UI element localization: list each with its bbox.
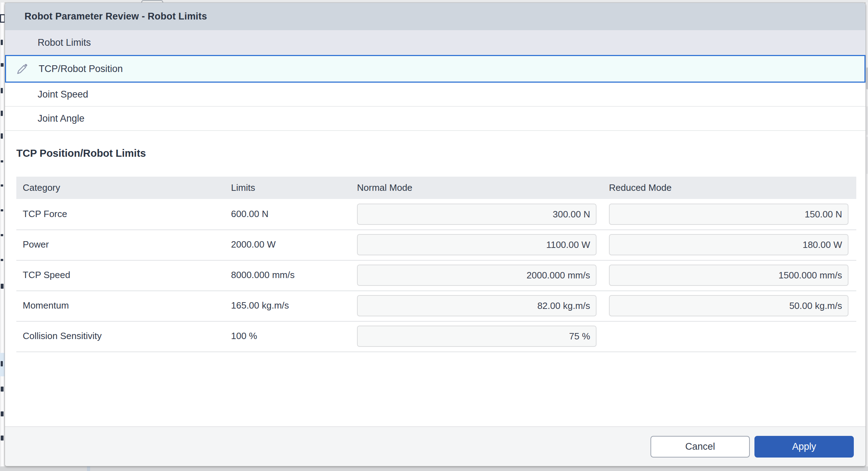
dialog-footer: Cancel Apply [5, 426, 866, 466]
nav-item-tcp-robot-position[interactable]: TCP/Robot Position [5, 55, 866, 83]
background-text-fragment [1, 63, 4, 67]
background-text-fragment [1, 361, 3, 366]
category-label: TCP Speed [23, 260, 70, 290]
reduced-mode-input[interactable] [609, 204, 848, 225]
background-text-fragment [1, 88, 3, 93]
nav-item-joint-speed[interactable]: Joint Speed [5, 83, 866, 107]
dialog-title: Robot Parameter Review - Robot Limits [24, 11, 207, 22]
limit-value: 165.00 kg.m/s [231, 290, 289, 320]
category-label: TCP Force [23, 199, 67, 229]
normal-mode-input[interactable] [357, 326, 597, 347]
nav-item-label: TCP/Robot Position [39, 63, 123, 74]
background-text-fragment [1, 40, 3, 45]
background-text-fragment [1, 160, 3, 162]
table-row: TCP Force 600.00 N [16, 199, 856, 230]
category-label: Collision Sensitivity [23, 321, 102, 351]
normal-mode-input[interactable] [357, 265, 597, 286]
background-scrollbar-thumb[interactable] [866, 67, 868, 89]
nav-item-joint-angle[interactable]: Joint Angle [5, 107, 866, 131]
normal-mode-input[interactable] [357, 204, 597, 225]
background-right-fragment [866, 106, 868, 135]
table-row: TCP Speed 8000.000 mm/s [16, 260, 856, 291]
nav-item-robot-limits[interactable]: Robot Limits [5, 30, 866, 55]
category-label: Power [23, 229, 49, 259]
reduced-mode-input[interactable] [609, 295, 848, 316]
column-header-category: Category [23, 177, 60, 199]
nav-item-label: Joint Angle [38, 113, 84, 124]
background-text-fragment [1, 284, 4, 289]
category-label: Momentum [23, 290, 69, 320]
column-header-normal-mode: Normal Mode [357, 177, 412, 199]
background-left-column [1, 2, 4, 471]
background-bottom-strip [0, 466, 868, 471]
background-text-fragment [1, 411, 4, 416]
nav-item-label: Robot Limits [38, 37, 91, 48]
background-text-fragment [1, 111, 3, 116]
cancel-button[interactable]: Cancel [650, 436, 750, 458]
background-text-fragment [1, 387, 4, 392]
background-text-fragment [1, 234, 3, 236]
reduced-mode-input[interactable] [609, 265, 848, 286]
background-right-fragment [866, 137, 868, 174]
background-text-fragment [1, 133, 3, 139]
dialog-titlebar: Robot Parameter Review - Robot Limits [5, 3, 866, 30]
apply-button[interactable]: Apply [754, 436, 854, 458]
background-text-fragment [1, 209, 3, 211]
limit-value: 2000.00 W [231, 229, 276, 259]
limit-value: 600.00 N [231, 199, 269, 229]
normal-mode-input[interactable] [357, 295, 597, 316]
section-title: TCP Position/Robot Limits [16, 148, 146, 159]
background-text-fragment [1, 436, 4, 440]
limit-value: 100 % [231, 321, 257, 351]
table-row: Power 2000.00 W [16, 229, 856, 261]
table-row: Collision Sensitivity 100 % [16, 321, 856, 352]
background-text-fragment [1, 259, 3, 261]
robot-parameter-review-dialog: Robot Parameter Review - Robot Limits Ro… [5, 2, 866, 466]
nav-item-label: Joint Speed [38, 89, 88, 100]
limit-value: 8000.000 mm/s [231, 260, 295, 290]
table-header-row: Category Limits Normal Mode Reduced Mode [16, 177, 856, 199]
edit-pencil-icon [6, 62, 39, 75]
column-header-limits: Limits [231, 177, 255, 199]
table-row: Momentum 165.00 kg.m/s [16, 290, 856, 322]
background-bottom-fragment [87, 466, 90, 471]
reduced-mode-input[interactable] [609, 234, 848, 255]
background-text-fragment [1, 184, 3, 187]
column-header-reduced-mode: Reduced Mode [609, 177, 671, 199]
normal-mode-input[interactable] [357, 234, 597, 255]
